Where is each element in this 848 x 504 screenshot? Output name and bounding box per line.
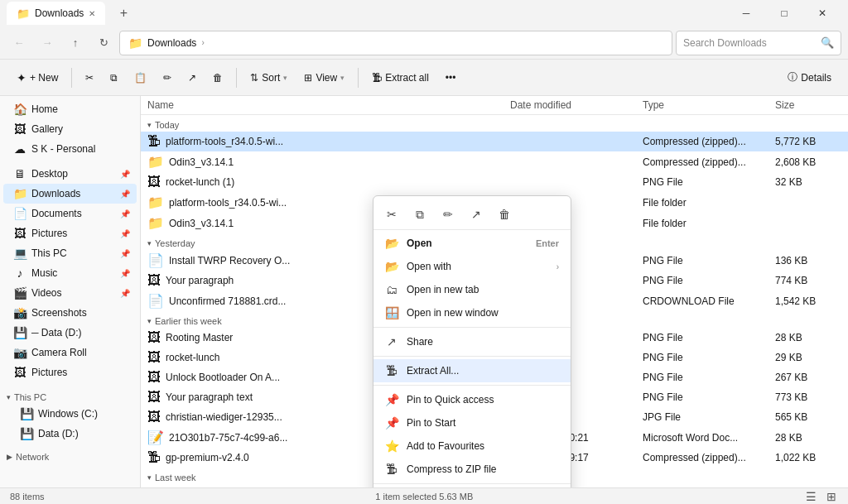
table-row[interactable]: 🖼rocket-lunch (1) PNG File 32 KB — [141, 172, 848, 192]
sidebar-label-downloads: Downloads — [31, 188, 80, 199]
file-type: PNG File — [643, 176, 775, 188]
file-type: JPG File — [643, 411, 775, 423]
sort-button[interactable]: ⇅ Sort ▾ — [243, 64, 294, 92]
file-icon-ypt: 🖼 — [147, 390, 161, 405]
ctx-extract-item[interactable]: 🗜 Extract All... — [373, 359, 571, 382]
search-bar[interactable]: Search Downloads 🔍 — [676, 31, 841, 55]
ctx-compress-item[interactable]: 🗜 Compress to ZIP file — [373, 458, 571, 481]
ctx-cut-button[interactable]: ✂ — [380, 203, 403, 226]
file-type: PNG File — [643, 372, 775, 383]
file-type: PNG File — [643, 352, 775, 363]
sidebar-label-home: Home — [31, 103, 58, 115]
sidebar-item-sk-personal[interactable]: ☁ S K - Personal — [3, 139, 137, 159]
sidebar-item-music[interactable]: ♪ Music 📌 — [3, 263, 137, 283]
restore-button[interactable]: □ — [765, 0, 803, 26]
sidebar-item-camera-roll[interactable]: 📷 Camera Roll — [3, 343, 137, 362]
ctx-open-with-icon: 📂 — [385, 260, 398, 273]
screenshots-icon: 📸 — [13, 306, 26, 319]
ctx-copy-path-item[interactable]: 📋 Copy as path Ctrl+Shift+C — [373, 487, 571, 487]
forward-button[interactable]: → — [35, 31, 60, 55]
table-row[interactable]: 🗜platform-tools_r34.0.5-wi... Compressed… — [141, 132, 848, 151]
list-view-button[interactable]: ☰ — [804, 490, 818, 503]
view-button[interactable]: ⊞ View ▾ — [297, 64, 351, 92]
toolbar: ✦ + New ✂ ⧉ 📋 ✏ ↗ 🗑 ⇅ Sort ▾ ⊞ View ▾ 🗜 … — [0, 60, 848, 96]
delete-button[interactable]: 🗑 — [206, 64, 229, 92]
ctx-rename-button[interactable]: ✏ — [436, 203, 460, 226]
rename-icon: ✏ — [163, 72, 171, 84]
sidebar-item-home[interactable]: 🏠 Home — [3, 99, 137, 119]
rename-button[interactable]: ✏ — [157, 64, 178, 92]
up-button[interactable]: ↑ — [63, 31, 88, 55]
group-yesterday-label: Yesterday — [155, 238, 195, 248]
ctx-open-new-window-item[interactable]: 🪟 Open in new window — [373, 301, 571, 324]
ctx-open-new-tab-icon: 🗂 — [385, 283, 398, 296]
sidebar-item-pictures2[interactable]: 🖼 Pictures — [3, 362, 137, 382]
new-button[interactable]: ✦ + New — [10, 64, 65, 92]
downloads-tab[interactable]: 📁 Downloads ✕ — [7, 2, 105, 25]
address-bar[interactable]: 📁 Downloads › — [119, 31, 672, 55]
file-list-header: Name Date modified Type Size — [141, 96, 848, 115]
details-button[interactable]: ⓘ Details — [781, 64, 838, 92]
table-row[interactable]: 📁Odin3_v3.14.1 Compressed (zipped)... 2,… — [141, 151, 848, 172]
ctx-delete-button[interactable]: 🗑 — [493, 203, 516, 226]
sort-chevron-icon: ▾ — [283, 74, 287, 82]
file-size: 2,608 KB — [775, 156, 841, 168]
sort-label: Sort — [262, 72, 280, 84]
ctx-open-with-label: Open with — [407, 261, 451, 272]
sidebar-item-downloads[interactable]: 📁 Downloads 📌 — [3, 184, 137, 204]
sidebar-label-windows-c: Windows (C:) — [38, 408, 98, 420]
sidebar-label-gallery: Gallery — [31, 123, 63, 135]
sidebar-item-thispc[interactable]: 💻 This PC 📌 — [3, 243, 137, 263]
sidebar-item-gallery[interactable]: 🖼 Gallery — [3, 119, 137, 139]
ctx-open-with-item[interactable]: 📂 Open with › — [373, 255, 571, 278]
ctx-share-item[interactable]: ↗ Share — [373, 330, 571, 353]
file-name-text: Install TWRP Recovery O... — [169, 255, 290, 266]
back-button[interactable]: ← — [7, 31, 31, 55]
file-type: Compressed (zipped)... — [643, 452, 775, 463]
sidebar-label-pictures: Pictures — [31, 228, 67, 239]
sidebar-item-windows-c[interactable]: 💾 Windows (C:) — [3, 404, 137, 424]
sidebar-item-pictures[interactable]: 🖼 Pictures 📌 — [3, 223, 137, 243]
copy-button[interactable]: ⧉ — [104, 64, 124, 92]
this-pc-section[interactable]: ▾ This PC — [0, 387, 140, 404]
file-size: 774 KB — [775, 275, 841, 286]
sidebar-item-desktop[interactable]: 🖥 Desktop 📌 — [3, 164, 137, 184]
ctx-open-item[interactable]: 📂 Open Enter — [373, 232, 571, 255]
network-section[interactable]: ▶ Network — [0, 447, 140, 463]
tab-close-button[interactable]: ✕ — [89, 9, 95, 18]
sidebar-item-documents[interactable]: 📄 Documents 📌 — [3, 204, 137, 223]
sidebar-label-music: Music — [31, 267, 57, 279]
file-name-text: gp-premium-v2.4.0 — [166, 452, 249, 463]
file-name-text: rocket-lunch — [166, 352, 219, 363]
grid-view-button[interactable]: ⊞ — [825, 490, 838, 503]
ctx-pin-start-item[interactable]: 📌 Pin to Start — [373, 411, 571, 434]
sidebar-label-sk-personal: S K - Personal — [31, 143, 95, 155]
file-type: PNG File — [643, 255, 775, 266]
ctx-open-new-tab-item[interactable]: 🗂 Open in new tab — [373, 278, 571, 301]
ctx-share-button[interactable]: ↗ — [465, 203, 488, 226]
sidebar-item-data-d[interactable]: 💾 ─ Data (D:) — [3, 323, 137, 343]
ctx-add-fav-item[interactable]: ⭐ Add to Favourites — [373, 434, 571, 458]
refresh-button[interactable]: ↻ — [91, 31, 116, 55]
sidebar-item-screenshots[interactable]: 📸 Screenshots — [3, 303, 137, 323]
ctx-copy-button[interactable]: ⧉ — [408, 203, 431, 226]
file-icon-ub: 🖼 — [147, 370, 161, 385]
new-label: + New — [30, 72, 58, 84]
close-button[interactable]: ✕ — [803, 0, 841, 26]
extract-button[interactable]: 🗜 Extract all — [365, 64, 436, 92]
sidebar-item-videos[interactable]: 🎬 Videos 📌 — [3, 283, 137, 303]
file-icon-crd: 📄 — [147, 293, 164, 309]
pictures2-icon: 🖼 — [13, 366, 26, 379]
address-text: Downloads — [147, 37, 196, 49]
more-button[interactable]: ••• — [439, 64, 463, 92]
minimize-button[interactable]: ─ — [727, 0, 765, 26]
new-tab-button[interactable]: + — [112, 2, 135, 25]
share-button[interactable]: ↗ — [181, 64, 203, 92]
new-icon: ✦ — [17, 71, 26, 84]
ctx-pin-quick-item[interactable]: 📌 Pin to Quick access — [373, 388, 571, 411]
cut-button[interactable]: ✂ — [79, 64, 100, 92]
view-label: View — [316, 72, 337, 84]
ctx-separator-4 — [373, 483, 571, 484]
sidebar-item-data-d2[interactable]: 💾 Data (D:) — [3, 424, 137, 444]
paste-button[interactable]: 📋 — [128, 64, 153, 92]
